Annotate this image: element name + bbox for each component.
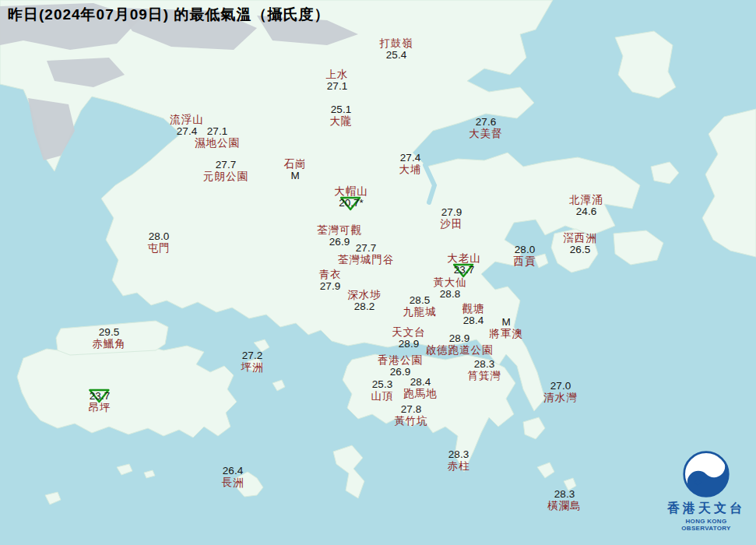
- station: 青衣27.9: [319, 269, 342, 292]
- station-name: 深水埗: [347, 289, 382, 301]
- station: 27.4大埔: [399, 152, 422, 175]
- urban-shekou: [28, 98, 75, 160]
- station: 28.4跑馬地: [403, 376, 438, 399]
- station: 26.4長洲: [222, 465, 244, 488]
- station-name: 大隴: [330, 115, 353, 127]
- station-value: 28.9: [449, 332, 469, 344]
- station-name: 香港公園: [378, 354, 423, 366]
- station-name: 將軍澳: [489, 328, 523, 339]
- station-value: 28.3: [448, 448, 469, 460]
- station-name: 赤柱: [448, 460, 470, 472]
- station-name: 赤鱲角: [92, 338, 126, 350]
- station-name: 流浮山: [170, 114, 204, 125]
- station: 天文台28.9: [392, 326, 426, 350]
- station-value: 28.5: [410, 294, 430, 306]
- station-value: 23.7: [454, 264, 474, 276]
- station-value: M: [501, 316, 510, 328]
- station-value: 28.8: [440, 288, 460, 300]
- station-name: 大帽山: [334, 185, 368, 197]
- land-soko-1: [117, 464, 132, 475]
- station: 27.7荃灣城門谷: [338, 242, 395, 265]
- station-name: 西貢: [514, 255, 536, 267]
- station-value: 27.4: [400, 152, 420, 164]
- station-name: 觀塘: [462, 303, 485, 315]
- station-name: 山頂: [371, 390, 394, 402]
- station-name: 青衣: [319, 269, 342, 280]
- station-name: 橫瀾島: [547, 500, 582, 512]
- station-value: 20.7*: [339, 197, 364, 209]
- hko-logo-text-cn: 香港天文台: [663, 501, 750, 517]
- land-shelter-island: [534, 254, 548, 268]
- station: 27.6大美督: [469, 116, 503, 139]
- station-value: 24.6: [576, 206, 596, 217]
- station: 28.3赤柱: [448, 448, 470, 472]
- land-small-island-east: [651, 162, 679, 184]
- station-name: 啟德跑道公園: [426, 344, 494, 356]
- station-value: 25.1: [331, 104, 351, 115]
- station-value: 27.1: [207, 125, 227, 137]
- land-east-coast: [702, 109, 756, 257]
- station: 27.8黃竹坑: [394, 403, 428, 427]
- station: 28.5九龍城: [403, 294, 437, 318]
- station-value: 27.7: [216, 159, 236, 171]
- station: M將軍澳: [489, 316, 523, 339]
- station: 石崗M: [284, 158, 307, 181]
- hk-min-temperature-map: 昨日(2024年07月09日) 的最低氣溫（攝氏度） 打鼓嶺25.4上水27.1…: [0, 0, 756, 545]
- station-value: 26.5: [570, 244, 590, 255]
- station-value: 27.6: [476, 116, 496, 128]
- map-svg: [0, 0, 756, 545]
- station-name: 清水灣: [543, 392, 578, 403]
- station-value: 27.9: [320, 280, 340, 292]
- station: 28.3橫瀾島: [547, 488, 582, 512]
- station-name: 黃竹坑: [394, 415, 428, 427]
- land-tung-lung-chau: [523, 417, 545, 439]
- station: 27.9沙田: [441, 206, 463, 230]
- station-value: 23.7: [90, 390, 110, 402]
- station-name: 坪洲: [241, 361, 264, 373]
- station: 28.0西貢: [514, 244, 536, 267]
- station: 27.1濕地公園: [195, 125, 240, 149]
- land-kau-yi-chau: [273, 380, 285, 391]
- station-name: 元朗公園: [203, 171, 248, 182]
- hko-logo: 香港天文台 HONG KONG OBSERVATORY: [663, 450, 750, 532]
- station-name: 濕地公園: [195, 137, 240, 149]
- land-soko-2: [144, 470, 155, 478]
- station-value: 28.0: [515, 244, 535, 255]
- land-lantau: [17, 344, 237, 438]
- station-name: 北潭涌: [569, 194, 603, 206]
- station: 深水埗28.2: [347, 289, 382, 312]
- station-name: 石崗: [284, 158, 307, 170]
- station-name: 荃灣城門谷: [338, 254, 395, 265]
- land-islet-sw: [45, 492, 61, 505]
- station: 27.7元朗公園: [203, 159, 248, 182]
- station: 上水27.1: [326, 69, 349, 92]
- station-name: 長洲: [222, 476, 244, 488]
- station: 黃大仙28.8: [433, 276, 467, 300]
- station-value: M: [290, 170, 299, 181]
- station-value: 28.4: [463, 315, 483, 326]
- station-value: 28.3: [474, 358, 494, 370]
- land-mirs-bay-island: [615, 31, 676, 98]
- station: 打鼓嶺25.4: [379, 37, 413, 61]
- station-name: 荃灣可觀: [317, 224, 362, 236]
- station-value: 27.9: [441, 206, 462, 218]
- station-value: 25.3: [372, 378, 392, 390]
- land-po-toi: [537, 462, 554, 478]
- station-value: 29.5: [99, 326, 119, 338]
- station: 25.1大隴: [330, 104, 353, 127]
- station: 28.9啟德跑道公園: [426, 332, 494, 356]
- station-value: 26.4: [223, 465, 243, 476]
- station-name: 黃大仙: [433, 276, 467, 288]
- station: 大老山23.7: [447, 252, 481, 276]
- station-value: 28.9: [399, 338, 419, 350]
- station-value: 27.7: [356, 242, 376, 254]
- station: 28.0屯門: [148, 230, 171, 254]
- station: 27.0清水灣: [543, 380, 578, 403]
- station-name: 跑馬地: [403, 388, 438, 399]
- station-name: 大老山: [447, 252, 481, 264]
- station: 滘西洲26.5: [563, 232, 597, 255]
- station: 25.3山頂: [371, 378, 394, 402]
- station: 北潭涌24.6: [569, 194, 603, 217]
- station-name: 屯門: [148, 242, 171, 254]
- station-value: 28.2: [354, 301, 374, 312]
